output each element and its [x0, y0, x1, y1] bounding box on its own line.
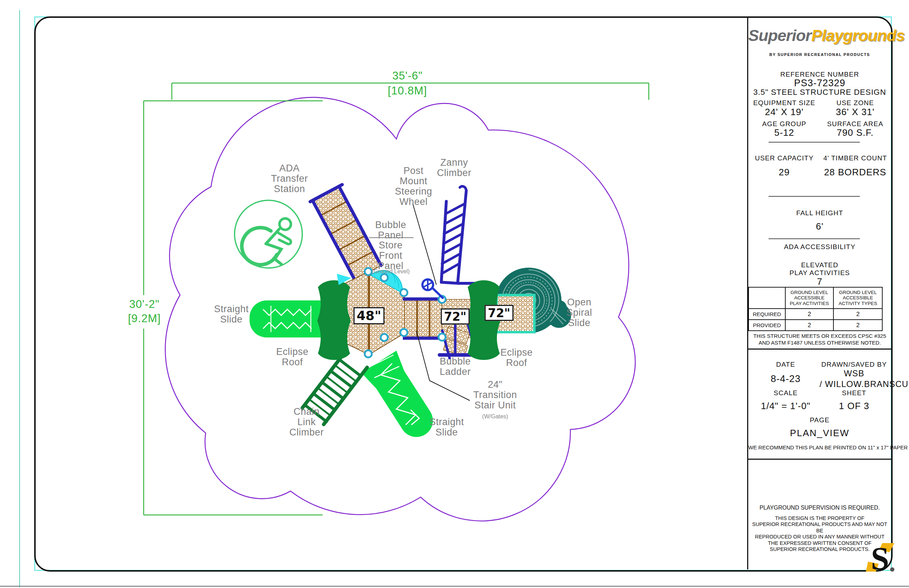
sheet-value: 1 OF 3 [816, 401, 892, 412]
ada-transfer-ramp [310, 184, 381, 280]
deck-height-badge-48: 48" [354, 307, 385, 324]
equipment-size-label: EQUIPMENT SIZE [748, 99, 820, 107]
divider [768, 238, 860, 239]
straight-slide-bottom [361, 351, 433, 437]
timber-count-value: 28 BORDERS [819, 167, 891, 178]
deck-height-badge-72-tower: 72" [484, 305, 513, 321]
label-zanny-climber: Zanny Climber [437, 158, 472, 178]
page-value: PLAN_VIEW [748, 428, 891, 439]
dim-width-ft: 35'-6" [393, 69, 423, 82]
drawn-by-value-2: / WILLOW.BRANSCUM [820, 379, 909, 389]
label-straight-slide-left: Straight Slide [214, 304, 249, 325]
plan-sheet: 35'-6" [10.8M] 30'-2" [9.2M] ADA Transfe… [0, 0, 909, 588]
print-recommendation-note: WE RECOMMEND THIS PLAN BE PRINTED ON 11"… [748, 444, 891, 451]
date-label: DATE [748, 361, 823, 368]
label-eclipse-roof-left: Eclipse Roof [276, 347, 309, 367]
label-store-front-panel: Store Front Panel [378, 240, 404, 271]
label-open-spiral-slide: Open Spiral Slide [566, 297, 592, 328]
info-panel: SuperiorPlaygrounds BY SUPERIOR RECREATI… [748, 17, 891, 569]
dim-width-m: [10.8M] [388, 84, 427, 97]
scale-label: SCALE [748, 389, 823, 397]
row-value: 2 [785, 309, 834, 320]
label-transition-stair-sub: (W/Gates) [482, 414, 508, 420]
equipment-size-value: 24' X 19' [748, 107, 820, 118]
structure-design: 3.5" STEEL STRUCTURE DESIGN [748, 88, 891, 97]
row-label: PROVIDED [749, 320, 785, 331]
label-store-front-sub: (Ground Level) [372, 268, 410, 275]
label-transition-stair-unit: 24" Transition Stair Unit [473, 380, 517, 410]
thick-divider [748, 349, 891, 350]
reference-number-label: REFERENCE NUMBER [748, 71, 891, 78]
zanny-climber [441, 186, 489, 283]
table-row-provided: PROVIDED 2 2 [749, 320, 882, 331]
fall-height-label: FALL HEIGHT [748, 209, 891, 217]
row-value: 2 [785, 320, 834, 331]
label-straight-slide-bottom: Straight Slide [429, 417, 464, 438]
row-value: 2 [833, 320, 882, 331]
straight-slide-left [249, 300, 323, 338]
table-corner-cell [749, 287, 785, 309]
elevated-play-label: ELEVATED PLAY ACTIVITIES [748, 261, 891, 277]
divider [768, 196, 860, 197]
eclipse-roof-left [317, 281, 351, 360]
use-zone-value: 36' X 31' [819, 107, 891, 118]
user-capacity-label: USER CAPACITY [748, 154, 820, 162]
row-label: REQUIRED [749, 309, 785, 320]
supervision-note: PLAYGROUND SUPERVISION IS REQUIRED. [748, 505, 891, 511]
s-mark-letter: S [871, 542, 889, 574]
label-ada-transfer-station: ADA Transfer Station [271, 163, 308, 194]
divider [768, 142, 860, 142]
use-zone-label: USE ZONE [819, 99, 891, 107]
user-capacity-value: 29 [748, 167, 820, 178]
page-label: PAGE [748, 416, 891, 424]
table-col1-header: GROUND LEVEL ACCESSIBLE PLAY ACTIVITIES [785, 287, 834, 309]
dim-height-m: [9.2M] [128, 312, 161, 325]
drawn-by-label: DRAWN/SAVED BY [816, 361, 892, 368]
compliance-note: THIS STRUCTURE MEETS OR EXCEEDS CPSC #32… [748, 333, 891, 346]
table-row-required: REQUIRED 2 2 [749, 309, 882, 320]
logo-playgrounds: Playgrounds [811, 26, 905, 45]
age-group-value: 5-12 [748, 127, 820, 138]
drawn-by-value: WSB [816, 368, 892, 378]
timber-count-label: 4' TIMBER COUNT [819, 154, 891, 162]
fall-height-value: 6' [748, 221, 891, 232]
reference-number-value: PS3-72329 [748, 78, 891, 89]
label-post-mount-steering-wheel: Post Mount Steering Wheel [395, 166, 432, 207]
logo-tagline: BY SUPERIOR RECREATIONAL PRODUCTS [748, 52, 891, 57]
dim-height-ft: 30'-2" [129, 298, 160, 311]
label-chain-link-climber: Chain Link Climber [290, 407, 324, 438]
s-mark-logo: S [865, 542, 897, 574]
age-group-label: AGE GROUP [748, 120, 820, 128]
date-value: 8-4-23 [748, 373, 823, 384]
steering-wheel [422, 279, 443, 298]
ada-accessibility-label: ADA ACCESSIBILITY [748, 243, 891, 251]
elevated-play-value: 7 [748, 276, 891, 287]
bubble-panel-underline [369, 237, 414, 238]
surface-area-value: 790 S.F. [819, 127, 891, 138]
thick-divider [748, 459, 891, 460]
s-mark-dot [890, 567, 894, 572]
company-logo: SuperiorPlaygrounds [748, 26, 891, 45]
logo-superior: Superior [748, 26, 811, 45]
table-col2-header: GROUND LEVEL ACCESSIBLE ACTIVITY TYPES [833, 287, 882, 309]
sheet-label: SHEET [816, 389, 892, 397]
ada-accessibility-table: GROUND LEVEL ACCESSIBLE PLAY ACTIVITIES … [748, 287, 883, 331]
surface-area-label: SURFACE AREA [819, 120, 891, 128]
row-value: 2 [833, 309, 882, 320]
label-eclipse-roof-right: Eclipse Roof [500, 347, 533, 368]
label-bubble-ladder: Bubble Ladder [440, 356, 471, 377]
scale-value: 1/4" = 1'-0" [748, 401, 823, 412]
deck-height-badge-72-bridge: 72" [441, 309, 469, 325]
wheelchair-icon [235, 200, 302, 268]
